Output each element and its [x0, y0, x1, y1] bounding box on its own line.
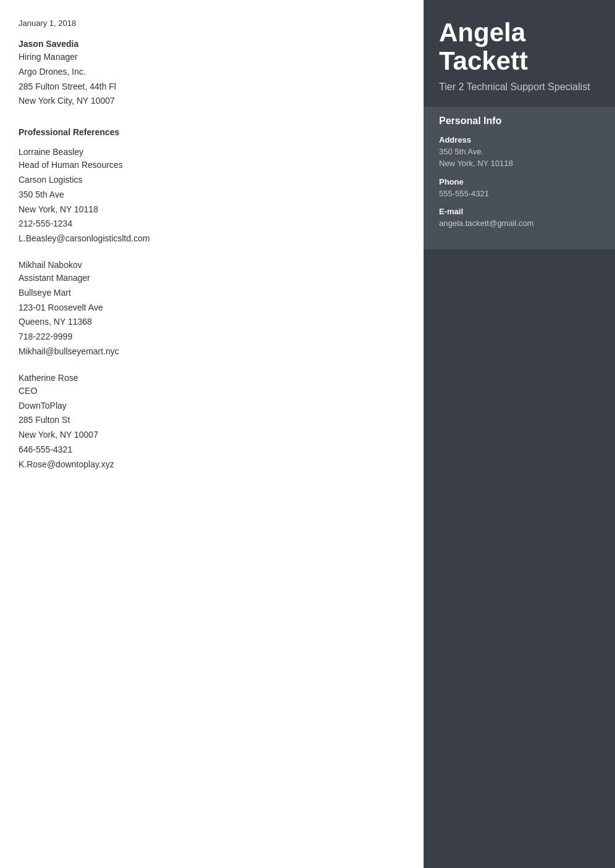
email-value: angela.tackett@gmail.com [439, 217, 600, 230]
reference-1: Lorraine Beasley Head of Human Resources… [19, 147, 405, 246]
ref2-details: Assistant Manager Bullseye Mart 123-01 R… [19, 271, 405, 359]
ref1-company: Carson Logistics [19, 175, 83, 185]
ref2-phone: 718-222-9999 [19, 332, 72, 341]
ref1-name: Lorraine Beasley [19, 147, 405, 157]
address-value: 350 5th Ave. New York, NY 10118 [439, 146, 600, 170]
personal-info-section: Personal Info Address 350 5th Ave. New Y… [424, 107, 615, 249]
ref1-address1: 350 5th Ave [19, 190, 64, 199]
address-label: Address [439, 135, 600, 144]
recipient-address1: 285 Fulton Street, 44th Fl [19, 81, 116, 91]
ref1-email: L.Beasley@carsonlogisticsltd.com [19, 233, 150, 243]
recipient-block: Jason Savedia Hiring Manager Argo Drones… [19, 39, 405, 109]
phone-label: Phone [439, 177, 600, 186]
recipient-address2: New York City, NY 10007 [19, 96, 115, 106]
ref3-email: K.Rose@downtoplay.xyz [19, 459, 114, 469]
reference-3: Katherine Rose CEO DownToPlay 285 Fulton… [19, 373, 405, 472]
left-panel: January 1, 2018 Jason Savedia Hiring Man… [0, 0, 424, 868]
recipient-title: Hiring Manager [19, 52, 78, 62]
professional-references-title: Professional References [19, 127, 405, 137]
ref2-address2: Queens, NY 11368 [19, 317, 92, 327]
ref3-title: CEO [19, 386, 37, 396]
ref1-title: Head of Human Resources [19, 160, 123, 170]
recipient-name: Jason Savedia [19, 39, 405, 49]
right-header: Angela Tackett Tier 2 Technical Support … [424, 0, 615, 107]
email-label: E-mail [439, 207, 600, 216]
ref1-details: Head of Human Resources Carson Logistics… [19, 158, 405, 246]
ref3-name: Katherine Rose [19, 373, 405, 383]
ref3-company: DownToPlay [19, 401, 67, 411]
ref2-name: Mikhail Nabokov [19, 260, 405, 270]
ref1-phone: 212-555-1234 [19, 219, 72, 228]
reference-2: Mikhail Nabokov Assistant Manager Bullse… [19, 260, 405, 359]
ref3-address1: 285 Fulton St [19, 415, 70, 425]
ref3-details: CEO DownToPlay 285 Fulton St New York, N… [19, 384, 405, 472]
ref2-address1: 123-01 Roosevelt Ave [19, 303, 103, 312]
candidate-name: Angela Tackett [439, 19, 600, 75]
job-title: Tier 2 Technical Support Specialist [439, 80, 600, 94]
recipient-details: Hiring Manager Argo Drones, Inc. 285 Ful… [19, 50, 405, 109]
resume-page: January 1, 2018 Jason Savedia Hiring Man… [0, 0, 615, 868]
ref1-address2: New York, NY 10118 [19, 204, 98, 214]
personal-info-title: Personal Info [439, 115, 600, 127]
recipient-company: Argo Drones, Inc. [19, 67, 86, 77]
right-panel: Angela Tackett Tier 2 Technical Support … [424, 0, 615, 868]
address-line1: 350 5th Ave. [439, 147, 483, 156]
ref2-title: Assistant Manager [19, 273, 90, 283]
ref2-email: Mikhail@bullseyemart.nyc [19, 346, 119, 356]
ref3-address2: New York, NY 10007 [19, 430, 98, 440]
ref2-company: Bullseye Mart [19, 288, 71, 298]
ref3-phone: 646-555-4321 [19, 444, 72, 454]
address-line2: New York, NY 10118 [439, 159, 513, 168]
phone-value: 555-555-4321 [439, 188, 600, 200]
name-line2: Tackett [439, 46, 528, 75]
name-line1: Angela [439, 18, 525, 47]
date: January 1, 2018 [19, 19, 405, 28]
